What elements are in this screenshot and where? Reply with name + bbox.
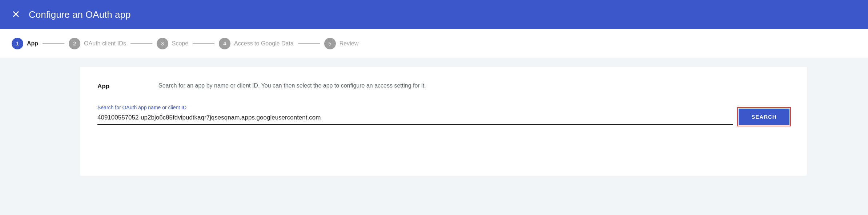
step-connector-4 (298, 43, 320, 44)
step-label-2: OAuth client IDs (84, 40, 126, 47)
step-label-5: Review (339, 40, 358, 47)
stepper-bar: 1 App 2 OAuth client IDs 3 Scope 4 Acces… (0, 29, 868, 58)
step-5[interactable]: 5 Review (324, 38, 358, 49)
step-1[interactable]: 1 App (12, 38, 38, 49)
step-label-4: Access to Google Data (234, 40, 294, 47)
step-label-1: App (27, 40, 38, 47)
search-field-label: Search for OAuth app name or client ID (97, 105, 733, 110)
search-input[interactable] (97, 113, 733, 124)
header: ✕ Configure an OAuth app (0, 0, 868, 29)
card-description: Search for an app by name or client ID. … (158, 81, 789, 90)
search-input-container (97, 113, 733, 125)
step-circle-2: 2 (69, 38, 80, 49)
step-4[interactable]: 4 Access to Google Data (219, 38, 294, 49)
search-field-wrapper: Search for OAuth app name or client ID (97, 105, 733, 125)
search-section: Search for OAuth app name or client ID S… (97, 105, 789, 125)
header-title: Configure an OAuth app (29, 9, 130, 20)
step-2[interactable]: 2 OAuth client IDs (69, 38, 126, 49)
step-connector-1 (43, 43, 64, 44)
main-content: App Search for an app by name or client … (0, 58, 868, 215)
step-connector-3 (193, 43, 214, 44)
card-row: App Search for an app by name or client … (97, 81, 789, 90)
search-input-underline (97, 124, 733, 125)
step-circle-3: 3 (157, 38, 168, 49)
step-3[interactable]: 3 Scope (157, 38, 188, 49)
step-label-3: Scope (172, 40, 188, 47)
step-circle-1: 1 (12, 38, 23, 49)
step-circle-4: 4 (219, 38, 230, 49)
step-connector-2 (130, 43, 152, 44)
card-label: App (97, 81, 141, 90)
search-button[interactable]: SEARCH (739, 109, 789, 125)
content-card: App Search for an app by name or client … (80, 67, 807, 176)
close-icon[interactable]: ✕ (12, 9, 20, 20)
step-circle-5: 5 (324, 38, 336, 49)
